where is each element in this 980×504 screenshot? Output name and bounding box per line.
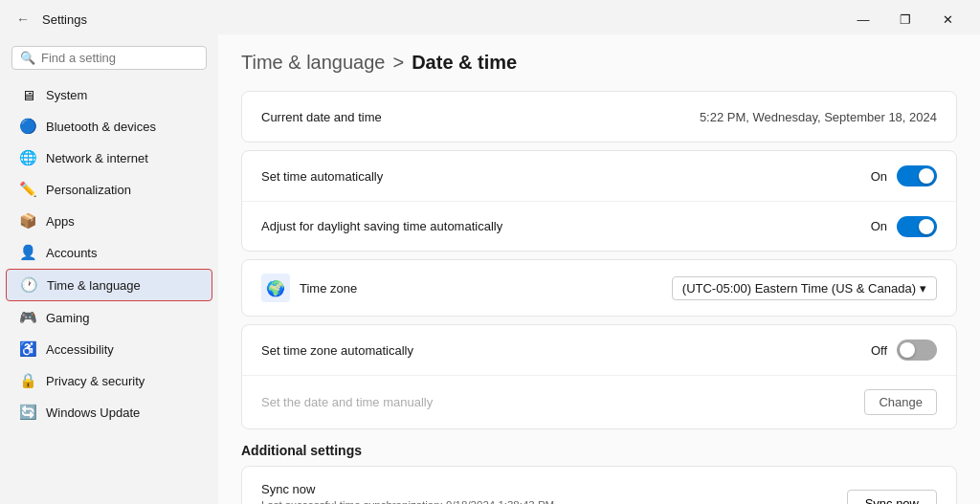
search-icon: 🔍: [20, 51, 35, 65]
minimize-button[interactable]: —: [842, 6, 884, 33]
set-auto-toggle[interactable]: [897, 165, 937, 186]
sync-title: Sync now: [261, 482, 554, 496]
timezone-select-value: (UTC-05:00) Eastern Time (US & Canada): [682, 281, 916, 296]
main-content: Time & language > Date & time Current da…: [218, 34, 980, 504]
set-auto-label: Set time automatically: [261, 169, 383, 184]
sidebar-label-accessibility: Accessibility: [46, 342, 114, 357]
titlebar: ← Settings — ❐ ✕: [0, 0, 980, 34]
app-body: 🔍 🖥 System 🔵 Bluetooth & devices 🌐 Netwo…: [0, 34, 980, 504]
timezone-row: 🌍 Time zone (UTC-05:00) Eastern Time (US…: [242, 260, 956, 316]
search-box[interactable]: 🔍: [11, 46, 207, 70]
titlebar-left: ← Settings: [11, 8, 87, 31]
close-button[interactable]: ✕: [926, 6, 969, 33]
gaming-icon: 🎮: [19, 309, 36, 326]
sidebar-item-personalization[interactable]: ✏️ Personalization: [6, 174, 212, 205]
search-input[interactable]: [41, 51, 202, 65]
daylight-row: Adjust for daylight saving time automati…: [242, 201, 956, 251]
sidebar-label-privacy: Privacy & security: [46, 374, 145, 388]
zone-manual-card: Set time zone automatically Off Set the …: [241, 324, 957, 429]
set-auto-row: Set time automatically On: [242, 151, 956, 201]
sidebar-label-bluetooth: Bluetooth & devices: [46, 120, 156, 134]
daylight-right: On: [871, 216, 937, 237]
manual-row: Set the date and time manually Change: [242, 375, 956, 428]
sidebar-label-system: System: [46, 88, 87, 102]
time-icon: 🕐: [20, 276, 37, 294]
personalization-icon: ✏️: [19, 181, 36, 198]
titlebar-controls: — ❐ ✕: [842, 6, 969, 33]
breadcrumb-current: Date & time: [412, 52, 517, 74]
timezone-select[interactable]: (UTC-05:00) Eastern Time (US & Canada) ▾: [672, 276, 937, 300]
sidebar-item-time[interactable]: 🕐 Time & language: [6, 269, 212, 301]
accessibility-icon: ♿: [19, 340, 36, 358]
sync-card: Sync now Last successful time synchroniz…: [241, 466, 957, 504]
sidebar-label-time: Time & language: [47, 278, 141, 293]
change-button[interactable]: Change: [864, 389, 937, 415]
time-auto-card: Set time automatically On Adjust for day…: [241, 150, 957, 252]
daylight-label: Adjust for daylight saving time automati…: [261, 219, 502, 233]
set-zone-auto-row: Set time zone automatically Off: [242, 325, 956, 375]
timezone-card: 🌍 Time zone (UTC-05:00) Eastern Time (US…: [241, 259, 957, 317]
timezone-row-left: 🌍 Time zone: [261, 274, 357, 302]
sync-info: Sync now Last successful time synchroniz…: [261, 482, 554, 504]
accounts-icon: 👤: [19, 244, 36, 261]
set-auto-value: On: [871, 169, 887, 184]
apps-icon: 📦: [19, 212, 36, 230]
bluetooth-icon: 🔵: [19, 118, 36, 135]
timezone-icon: 🌍: [261, 274, 290, 302]
current-date-label: Current date and time: [261, 110, 382, 124]
sidebar-label-accounts: Accounts: [46, 246, 97, 260]
current-date-card: Current date and time 5:22 PM, Wednesday…: [241, 91, 957, 142]
sidebar-item-accounts[interactable]: 👤 Accounts: [6, 237, 212, 268]
sidebar-label-update: Windows Update: [46, 405, 140, 420]
toggle-knob-zone: [900, 342, 915, 358]
restore-button[interactable]: ❐: [884, 6, 926, 33]
toggle-knob: [919, 168, 934, 184]
breadcrumb-parent[interactable]: Time & language: [241, 52, 385, 74]
sidebar-item-network[interactable]: 🌐 Network & internet: [6, 142, 212, 173]
sidebar-item-privacy[interactable]: 🔒 Privacy & security: [6, 365, 212, 396]
breadcrumb: Time & language > Date & time: [241, 52, 957, 74]
system-icon: 🖥: [19, 86, 36, 103]
sync-now-button[interactable]: Sync now: [847, 490, 937, 504]
manual-label: Set the date and time manually: [261, 395, 433, 409]
current-date-value: 5:22 PM, Wednesday, September 18, 2024: [700, 110, 937, 124]
sidebar-item-bluetooth[interactable]: 🔵 Bluetooth & devices: [6, 111, 212, 142]
toggle-knob-daylight: [919, 219, 934, 234]
set-zone-auto-right: Off: [871, 340, 937, 361]
breadcrumb-separator: >: [392, 52, 404, 74]
update-icon: 🔄: [19, 404, 36, 421]
additional-section-title: Additional settings: [241, 443, 957, 458]
daylight-value: On: [871, 219, 887, 233]
set-zone-auto-toggle[interactable]: [897, 340, 937, 361]
set-zone-auto-label: Set time zone automatically: [261, 343, 413, 358]
sidebar-label-gaming: Gaming: [46, 311, 90, 325]
sidebar-item-gaming[interactable]: 🎮 Gaming: [6, 302, 212, 333]
sidebar-label-apps: Apps: [46, 214, 75, 229]
sync-detail1: Last successful time synchronization: 9/…: [261, 499, 554, 504]
timezone-label: Time zone: [300, 281, 357, 296]
daylight-toggle[interactable]: [897, 216, 937, 237]
globe-icon: 🌍: [266, 279, 285, 297]
chevron-down-icon: ▾: [920, 281, 926, 296]
current-date-row: Current date and time 5:22 PM, Wednesday…: [242, 92, 956, 142]
sidebar-label-personalization: Personalization: [46, 183, 131, 197]
sidebar-item-accessibility[interactable]: ♿ Accessibility: [6, 334, 212, 364]
set-auto-right: On: [871, 165, 937, 186]
back-arrow[interactable]: ←: [11, 8, 34, 31]
app-title: Settings: [42, 12, 87, 27]
sidebar-item-update[interactable]: 🔄 Windows Update: [6, 397, 212, 427]
privacy-icon: 🔒: [19, 372, 36, 389]
network-icon: 🌐: [19, 149, 36, 166]
sidebar-item-system[interactable]: 🖥 System: [6, 79, 212, 110]
sidebar-label-network: Network & internet: [46, 151, 148, 165]
sidebar-item-apps[interactable]: 📦 Apps: [6, 206, 212, 236]
set-zone-auto-value: Off: [871, 343, 887, 358]
sidebar: 🔍 🖥 System 🔵 Bluetooth & devices 🌐 Netwo…: [0, 34, 218, 504]
